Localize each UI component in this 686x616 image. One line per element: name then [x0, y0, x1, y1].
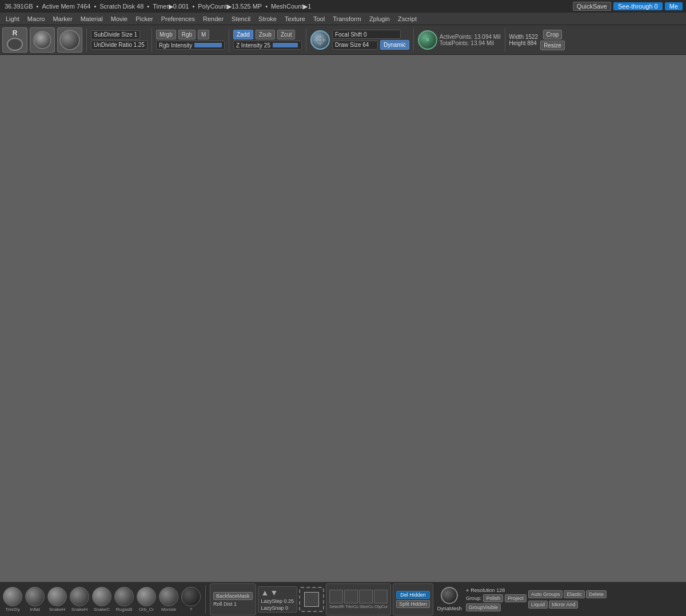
separator-1 [86, 29, 87, 51]
zadd-button[interactable]: Zadd [233, 30, 253, 39]
me-button[interactable]: Me [665, 2, 683, 10]
menu-item-tool[interactable]: Tool [310, 14, 328, 23]
zintensity-row: Z Intensity 25 [233, 41, 302, 50]
trimdynamic-tool[interactable]: TrimDy [2, 587, 23, 612]
mrgb-button[interactable]: Mrgb [156, 30, 176, 39]
mirrorand-button[interactable]: Mirror And [549, 601, 579, 609]
rugasb-tool[interactable]: RugasB [114, 587, 134, 612]
subdivide-slider[interactable]: SubDivide Size 1 [91, 30, 140, 39]
snakehook1-tool[interactable]: SnakeH [47, 587, 67, 612]
menu-item-zscript[interactable]: Zscript [394, 14, 420, 23]
delete-button[interactable]: Delete [586, 590, 607, 598]
orbcr-icon [137, 587, 156, 606]
dynamesh-label: DynaMesh [437, 606, 462, 611]
rugasb-label: RugasB [114, 607, 134, 612]
menu-item-transform[interactable]: Transform [329, 14, 365, 23]
menu-item-picker[interactable]: Picker [132, 14, 157, 23]
rgb-button[interactable]: Rgb [178, 30, 196, 39]
selectri-icon[interactable] [329, 590, 343, 603]
quicksave-button[interactable]: QuickSave [573, 2, 611, 11]
clipcur-label: ClipCur [374, 605, 388, 609]
points-icon[interactable]: S [418, 30, 437, 50]
seethrough-button[interactable]: See-through 0 [613, 2, 663, 10]
menu-item-macro[interactable]: Macro [24, 14, 49, 23]
brush-preview-icon [59, 30, 80, 50]
rotate-tool-button[interactable]: R [2, 27, 27, 53]
dynamic-button[interactable]: Dynamic [380, 40, 409, 50]
splithidden-button[interactable]: Split Hidden [396, 600, 430, 608]
snakehook2-tool[interactable]: SnakeH [69, 587, 90, 612]
menu-item-marker[interactable]: Marker [49, 14, 75, 23]
active-points: ActivePoints: 13.094 Mil [440, 34, 501, 40]
orbcr-tool[interactable]: Orb_Cr [136, 587, 157, 612]
zcut-button[interactable]: Zcut [277, 30, 295, 39]
separator: • [147, 3, 149, 10]
autogroups-row: Auto Groups Elastic Delete [528, 590, 607, 598]
clipcur-icon[interactable] [374, 590, 388, 603]
menu-item-stencil[interactable]: Stencil [228, 14, 254, 23]
menu-item-preferences[interactable]: Preferences [158, 14, 198, 23]
extra-label: ? [181, 607, 201, 612]
delhidden-button[interactable]: Del Hidden [396, 591, 430, 599]
trimcu-label: TrimCu [345, 605, 358, 609]
undivide-slider[interactable]: UnDivide Ratio 1.25 [91, 41, 147, 50]
zadd-row: Zadd Zsub Zcut [233, 30, 295, 39]
autogroups-section: Auto Groups Elastic Delete Liquid Mirror… [528, 590, 607, 609]
trim-row [329, 590, 388, 603]
resize-button[interactable]: Resize [540, 41, 565, 50]
liquid-row: Liquid Mirror And [528, 601, 607, 609]
separator-2 [151, 29, 152, 51]
undivide-row: UnDivide Ratio 1.25 [91, 41, 147, 50]
snakec-tool[interactable]: SnakeC [91, 587, 112, 612]
monster-icon [159, 587, 178, 606]
monster-tool[interactable]: Monste [158, 587, 179, 612]
zintensity-slider[interactable]: Z Intensity 25 [233, 41, 302, 50]
autogroups-button[interactable]: Auto Groups [528, 590, 563, 598]
dynamesh-icon[interactable] [441, 587, 458, 604]
focal-icon[interactable] [310, 30, 330, 50]
menu-item-light[interactable]: Light [2, 14, 23, 23]
subdivide-row: SubDivide Size 1 [91, 30, 147, 39]
separator-4 [306, 29, 306, 51]
brush-icon-button[interactable] [30, 27, 55, 53]
polish-button[interactable]: Polish [483, 594, 503, 602]
orbcr-label: Orb_Cr [136, 607, 157, 612]
menu-item-material[interactable]: Material [77, 14, 106, 23]
menu-item-stroke[interactable]: Stroke [255, 14, 280, 23]
groupvisible-button[interactable]: GroupVisible [466, 603, 501, 611]
liquid-button[interactable]: Liquid [528, 601, 548, 609]
snakec-icon [92, 587, 111, 606]
rgb-intensity-fill [194, 43, 222, 47]
focal-section: Focal Shift 0 Draw Size 64 Dynamic [310, 30, 409, 50]
menu-item-render[interactable]: Render [200, 14, 227, 23]
trimcu-icon[interactable] [344, 590, 358, 603]
drawsize-row: Draw Size 64 Dynamic [332, 40, 409, 50]
m-button[interactable]: M [198, 30, 209, 39]
project-button[interactable]: Project [505, 594, 527, 602]
menu-item-movie[interactable]: Movie [107, 14, 131, 23]
elastic-button[interactable]: Elastic [564, 590, 585, 598]
focal-shift-slider[interactable]: Focal Shift 0 [332, 30, 401, 39]
menu-item-texture[interactable]: Texture [281, 14, 309, 23]
zsub-button[interactable]: Zsub [256, 30, 275, 39]
brush-preview-button[interactable] [57, 27, 82, 53]
lazy-arrows: ▲ ▼ [261, 588, 294, 597]
resolution-value: Resolution 128 [470, 587, 505, 593]
stencil-icon[interactable] [299, 587, 324, 612]
extra-tool[interactable]: ? [181, 587, 201, 612]
crop-button[interactable]: Crop [543, 30, 563, 39]
backfacemask-button[interactable]: BackfaceMask [213, 592, 253, 600]
rgb-intensity-slider[interactable]: Rgb Intensity [156, 41, 225, 50]
points-section: S ActivePoints: 13.094 Mil TotalPoints: … [418, 30, 501, 50]
arrow-down-icon[interactable]: ▼ [270, 588, 278, 597]
separator: • [37, 3, 39, 10]
arrow-up-icon[interactable]: ▲ [261, 588, 269, 597]
tool-bar: R SubDivide Size 1 UnDivide Ratio 1.25 M… [0, 25, 686, 55]
inflate-tool[interactable]: Inflat [25, 587, 45, 612]
resolution-row: ● Resolution 128 [466, 587, 527, 593]
menu-item-zplugin[interactable]: Zplugin [366, 14, 393, 23]
drawsize-slider[interactable]: Draw Size 64 [332, 41, 378, 50]
lazy-section: ▲ ▼ LazyStep 0.25 LazySnap 0 [258, 586, 298, 613]
slicecu-icon[interactable] [359, 590, 373, 603]
scratch-disk: Scratch Disk 48 [99, 3, 143, 10]
